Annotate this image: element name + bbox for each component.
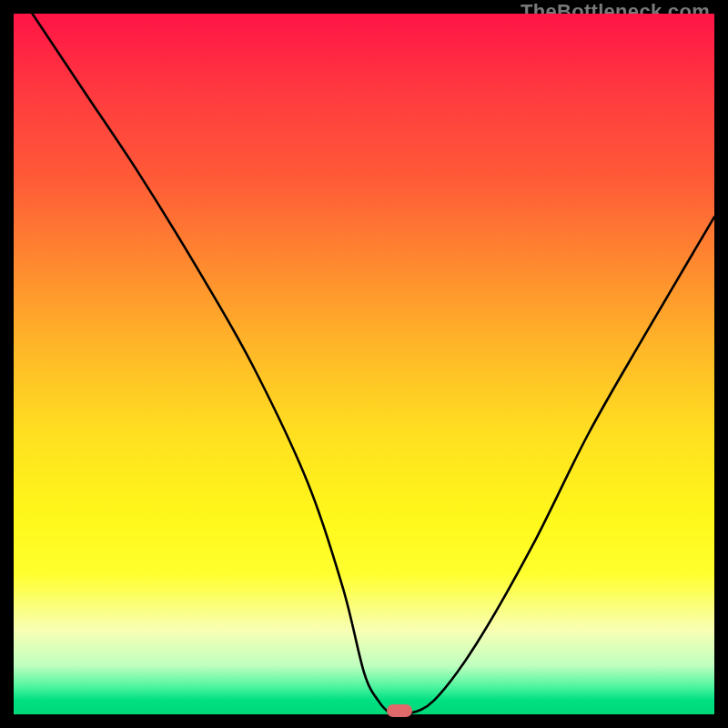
plot-area: [14, 14, 714, 714]
minimum-marker: [387, 704, 412, 717]
curve-path: [27, 14, 714, 714]
curve-svg: [14, 14, 714, 714]
chart-frame: TheBottleneck.com: [0, 0, 728, 728]
